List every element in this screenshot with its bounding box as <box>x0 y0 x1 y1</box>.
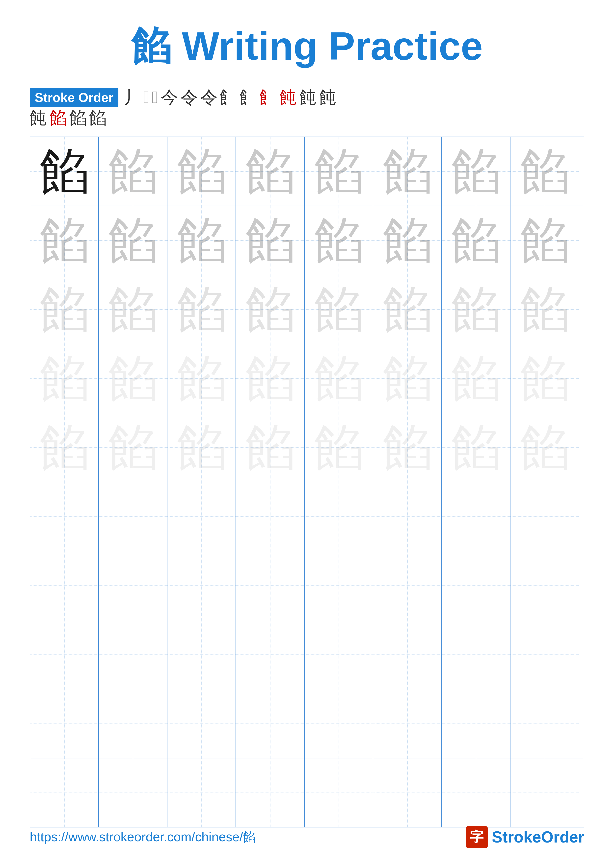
cell-char: 餡 <box>177 423 226 472</box>
grid-cell-10-4[interactable] <box>236 758 305 827</box>
stroke-2: 𠂇 <box>143 89 149 106</box>
grid-cell-8-6[interactable] <box>373 620 442 689</box>
cell-char: 餡 <box>383 285 432 334</box>
grid-cell-9-4[interactable] <box>236 689 305 758</box>
grid-cell-9-8[interactable] <box>510 689 579 758</box>
grid-cell-2-6: 餡 <box>373 206 442 274</box>
brand-name-plain: Order <box>541 828 584 846</box>
grid-cell-10-8[interactable] <box>510 758 579 827</box>
grid-cell-1-8: 餡 <box>510 137 579 206</box>
grid-cell-4-6: 餡 <box>373 344 442 413</box>
footer-brand: 字 StrokeOrder <box>466 826 584 848</box>
grid-cell-6-8[interactable] <box>510 482 579 551</box>
grid-cell-8-8[interactable] <box>510 620 579 689</box>
cell-char: 餡 <box>177 147 226 196</box>
cell-char: 餡 <box>383 423 432 472</box>
grid-cell-7-3[interactable] <box>168 551 236 620</box>
cell-char: 餡 <box>177 285 226 334</box>
grid-cell-10-6[interactable] <box>373 758 442 827</box>
stroke-13: 飩 <box>30 109 47 127</box>
stroke-1: 丿 <box>123 89 141 106</box>
grid-cell-6-7[interactable] <box>442 482 510 551</box>
grid-cell-3-3: 餡 <box>168 275 236 344</box>
brand-name-colored: Stroke <box>492 828 541 846</box>
grid-cell-4-1: 餡 <box>30 344 99 413</box>
grid-cell-6-1[interactable] <box>30 482 99 551</box>
grid-cell-6-3[interactable] <box>168 482 236 551</box>
grid-cell-5-8: 餡 <box>510 413 579 482</box>
brand-icon-char: 字 <box>470 828 483 846</box>
stroke-14: 餡 <box>50 109 67 127</box>
grid-cell-6-5[interactable] <box>305 482 373 551</box>
grid-cell-7-5[interactable] <box>305 551 373 620</box>
grid-cell-10-7[interactable] <box>442 758 510 827</box>
cell-char: 餡 <box>383 147 432 196</box>
grid-cell-7-2[interactable] <box>99 551 168 620</box>
grid-cell-4-4: 餡 <box>236 344 305 413</box>
cell-char: 餡 <box>451 285 501 334</box>
title-character: 餡 <box>131 24 171 68</box>
grid-row-3: 餡 餡 餡 餡 餡 餡 餡 餡 <box>30 275 584 344</box>
grid-cell-1-2: 餡 <box>99 137 168 206</box>
grid-cell-9-7[interactable] <box>442 689 510 758</box>
grid-cell-8-5[interactable] <box>305 620 373 689</box>
cell-char: 餡 <box>451 147 501 196</box>
grid-cell-8-7[interactable] <box>442 620 510 689</box>
grid-cell-9-5[interactable] <box>305 689 373 758</box>
grid-cell-5-6: 餡 <box>373 413 442 482</box>
grid-cell-6-2[interactable] <box>99 482 168 551</box>
grid-cell-7-1[interactable] <box>30 551 99 620</box>
grid-cell-9-2[interactable] <box>99 689 168 758</box>
grid-cell-3-4: 餡 <box>236 275 305 344</box>
cell-char: 餡 <box>177 216 226 265</box>
grid-cell-3-5: 餡 <box>305 275 373 344</box>
grid-cell-2-4: 餡 <box>236 206 305 274</box>
title-suffix: Writing Practice <box>182 24 483 68</box>
grid-cell-10-1[interactable] <box>30 758 99 827</box>
grid-cell-10-3[interactable] <box>168 758 236 827</box>
cell-char: 餡 <box>520 354 570 403</box>
grid-cell-6-4[interactable] <box>236 482 305 551</box>
brand-name: StrokeOrder <box>492 828 584 846</box>
stroke-11: 飩 <box>300 89 317 106</box>
cell-char: 餡 <box>108 354 158 403</box>
grid-cell-1-1: 餡 <box>30 137 99 206</box>
cell-char: 餡 <box>451 354 501 403</box>
grid-cell-4-3: 餡 <box>168 344 236 413</box>
page-title: 餡 Writing Practice <box>131 24 483 68</box>
grid-cell-6-6[interactable] <box>373 482 442 551</box>
grid-cell-8-1[interactable] <box>30 620 99 689</box>
grid-cell-10-2[interactable] <box>99 758 168 827</box>
grid-row-9 <box>30 689 584 758</box>
cell-char: 餡 <box>108 216 158 265</box>
grid-cell-7-7[interactable] <box>442 551 510 620</box>
grid-cell-7-6[interactable] <box>373 551 442 620</box>
grid-cell-5-4: 餡 <box>236 413 305 482</box>
grid-cell-8-2[interactable] <box>99 620 168 689</box>
grid-cell-3-7: 餡 <box>442 275 510 344</box>
cell-char: 餡 <box>177 354 226 403</box>
grid-cell-9-6[interactable] <box>373 689 442 758</box>
grid-row-5: 餡 餡 餡 餡 餡 餡 餡 餡 <box>30 413 584 482</box>
stroke-7: 飠 <box>220 89 238 106</box>
grid-cell-10-5[interactable] <box>305 758 373 827</box>
grid-cell-3-8: 餡 <box>510 275 579 344</box>
grid-row-8 <box>30 620 584 689</box>
cell-char: 餡 <box>520 285 570 334</box>
grid-cell-9-3[interactable] <box>168 689 236 758</box>
grid-cell-2-5: 餡 <box>305 206 373 274</box>
footer-url[interactable]: https://www.strokeorder.com/chinese/餡 <box>30 828 256 846</box>
grid-cell-7-4[interactable] <box>236 551 305 620</box>
grid-cell-9-1[interactable] <box>30 689 99 758</box>
grid-cell-7-8[interactable] <box>510 551 579 620</box>
cell-char: 餡 <box>108 147 158 196</box>
stroke-6: 令 <box>201 89 218 106</box>
cell-char: 餡 <box>246 147 295 196</box>
grid-row-10 <box>30 758 584 827</box>
grid-row-2: 餡 餡 餡 餡 餡 餡 餡 餡 <box>30 206 584 275</box>
grid-cell-2-7: 餡 <box>442 206 510 274</box>
stroke-15: 餡 <box>69 109 87 127</box>
grid-cell-8-3[interactable] <box>168 620 236 689</box>
grid-cell-8-4[interactable] <box>236 620 305 689</box>
cell-char: 餡 <box>40 147 89 196</box>
